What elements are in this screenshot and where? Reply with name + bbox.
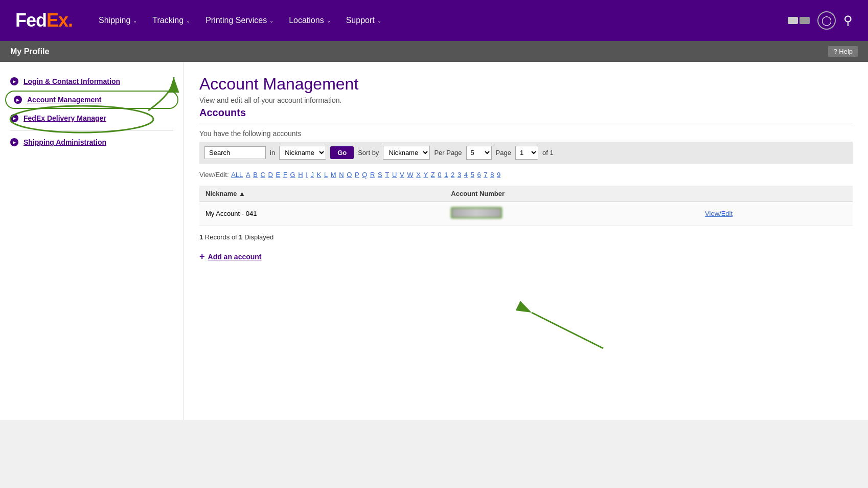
search-icon[interactable]: ⚲ <box>843 13 853 28</box>
alpha-link-c[interactable]: C <box>261 171 265 179</box>
add-account-section[interactable]: + Add an account <box>199 251 853 262</box>
search-in-label: in <box>270 149 275 157</box>
alpha-link-5[interactable]: 5 <box>471 171 474 179</box>
nav-printing[interactable]: Printing Services ⌄ <box>205 16 273 25</box>
nav-support-label: Support <box>346 16 375 25</box>
alpha-link-n[interactable]: N <box>339 171 344 179</box>
nav-tracking-label: Tracking <box>152 16 184 25</box>
lang-block-2 <box>800 17 810 24</box>
profile-bar: My Profile ? Help <box>0 41 868 62</box>
alpha-link-s[interactable]: S <box>378 171 382 179</box>
alpha-link-i[interactable]: I <box>306 171 308 179</box>
you-have-text: You have the following accounts <box>199 129 853 138</box>
table-row: My Account - 041 View/Edit <box>199 202 853 226</box>
alpha-link-l[interactable]: L <box>324 171 328 179</box>
th-nickname-label: Nickname ▲ <box>205 190 245 197</box>
alpha-link-4[interactable]: 4 <box>464 171 468 179</box>
alpha-link-g[interactable]: G <box>290 171 295 179</box>
sidebar-item-account-management[interactable]: Account Management <box>5 91 178 109</box>
alpha-link-1[interactable]: 1 <box>444 171 448 179</box>
alpha-link-m[interactable]: M <box>331 171 336 179</box>
records-count-1: 1 <box>199 233 203 241</box>
cell-action: View/Edit <box>699 202 853 226</box>
alphabet-nav: View/Edit: ALL A B C D E F G H I J K L M… <box>199 169 853 181</box>
sidebar-divider <box>10 130 173 130</box>
bullet-icon <box>10 114 18 122</box>
alpha-link-6[interactable]: 6 <box>477 171 481 179</box>
nav-shipping[interactable]: Shipping ⌄ <box>99 16 137 25</box>
chevron-down-icon: ⌄ <box>133 18 137 24</box>
alpha-link-w[interactable]: W <box>407 171 413 179</box>
alpha-link-x[interactable]: X <box>416 171 421 179</box>
alpha-link-v[interactable]: V <box>400 171 404 179</box>
alpha-link-h[interactable]: H <box>298 171 303 179</box>
records-label-2: Displayed <box>244 233 273 241</box>
page-select[interactable]: 1 <box>515 146 538 160</box>
alpha-link-b[interactable]: B <box>253 171 258 179</box>
alpha-link-k[interactable]: K <box>317 171 322 179</box>
bullet-icon <box>10 138 18 146</box>
alpha-link-p[interactable]: P <box>355 171 359 179</box>
alpha-link-y[interactable]: Y <box>423 171 428 179</box>
nav-support[interactable]: Support ⌄ <box>346 16 381 25</box>
alpha-link-0[interactable]: 0 <box>438 171 441 179</box>
nav-shipping-label: Shipping <box>99 16 130 25</box>
nav-locations[interactable]: Locations ⌄ <box>289 16 331 25</box>
fedex-logo[interactable]: FedEx. <box>15 10 73 31</box>
alpha-link-q[interactable]: Q <box>362 171 367 179</box>
cell-nickname: My Account - 041 <box>199 202 445 226</box>
per-page-select[interactable]: 5 10 25 <box>466 146 492 160</box>
alpha-link-j[interactable]: J <box>310 171 314 179</box>
alpha-link-2[interactable]: 2 <box>451 171 454 179</box>
help-button[interactable]: ? Help <box>828 46 858 57</box>
alpha-link-7[interactable]: 7 <box>484 171 487 179</box>
view-edit-link[interactable]: View/Edit <box>705 210 733 217</box>
sidebar-item-login[interactable]: Login & Contact Information <box>0 72 184 91</box>
chevron-down-icon: ⌄ <box>269 18 273 24</box>
go-button[interactable]: Go <box>330 146 354 159</box>
sidebar-item-shipping-admin[interactable]: Shipping Administration <box>0 133 184 151</box>
alpha-link-3[interactable]: 3 <box>458 171 461 179</box>
th-action <box>699 186 853 202</box>
alpha-link-u[interactable]: U <box>392 171 397 179</box>
search-bar: in Nickname Go Sort by Nickname Per Page… <box>199 142 853 164</box>
profile-bar-title: My Profile <box>10 47 49 56</box>
sort-by-select[interactable]: Nickname <box>383 146 430 160</box>
alpha-link-all[interactable]: ALL <box>231 171 243 179</box>
records-label-1: Records of <box>205 233 237 241</box>
alpha-link-o[interactable]: O <box>347 171 352 179</box>
content-area: Login & Contact Information Account Mana… <box>0 62 868 420</box>
search-in-select[interactable]: Nickname <box>279 146 326 160</box>
alpha-link-a[interactable]: A <box>246 171 250 179</box>
page-subtitle: View and edit all of your account inform… <box>199 96 853 104</box>
nickname-value: My Account - 041 <box>205 210 257 217</box>
alpha-link-9[interactable]: 9 <box>497 171 500 179</box>
alpha-link-d[interactable]: D <box>268 171 273 179</box>
account-number-value <box>451 207 502 218</box>
nav-printing-label: Printing Services <box>205 16 267 25</box>
accounts-table: Nickname ▲ Account Number My Account - 0… <box>199 186 853 226</box>
section-title: Accounts <box>199 107 853 123</box>
add-account-link[interactable]: Add an account <box>208 253 262 261</box>
sidebar: Login & Contact Information Account Mana… <box>0 62 184 420</box>
user-icon[interactable]: ◯ <box>817 11 836 30</box>
alpha-link-e[interactable]: E <box>276 171 281 179</box>
alpha-link-8[interactable]: 8 <box>490 171 494 179</box>
search-input[interactable] <box>204 146 266 159</box>
sidebar-item-delivery-manager[interactable]: FedEx Delivery Manager <box>0 109 184 127</box>
logo-fed-text: Fed <box>15 10 47 31</box>
alpha-link-t[interactable]: T <box>385 171 389 179</box>
page: My Profile ? Help Login & Conta <box>0 41 868 420</box>
alpha-link-r[interactable]: R <box>370 171 375 179</box>
sidebar-item-account-label: Account Management <box>27 96 101 104</box>
of-label: of 1 <box>542 149 554 157</box>
main-nav: Shipping ⌄ Tracking ⌄ Printing Services … <box>99 16 788 25</box>
page-label: Page <box>496 149 511 157</box>
alpha-link-z[interactable]: Z <box>431 171 435 179</box>
th-account-number-label: Account Number <box>451 190 505 197</box>
language-toggle[interactable] <box>788 17 810 24</box>
header: FedEx. Shipping ⌄ Tracking ⌄ Printing Se… <box>0 0 868 41</box>
sort-by-label: Sort by <box>358 149 379 157</box>
alpha-link-f[interactable]: F <box>283 171 287 179</box>
nav-tracking[interactable]: Tracking ⌄ <box>152 16 190 25</box>
